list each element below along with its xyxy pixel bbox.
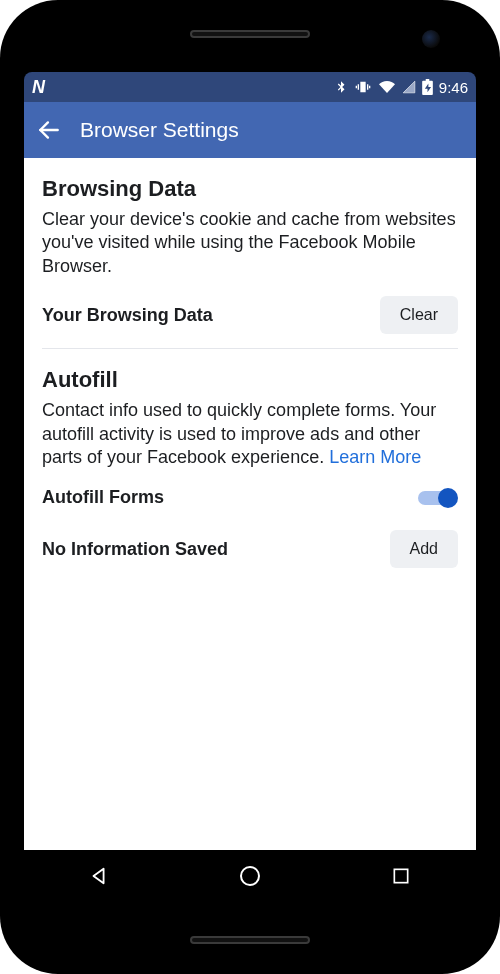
browsing-data-description: Clear your device's cookie and cache fro… — [42, 208, 458, 278]
browsing-data-heading: Browsing Data — [42, 176, 458, 202]
nav-back-button[interactable] — [59, 856, 139, 896]
phone-frame: N 9:46 — [0, 0, 500, 974]
status-clock: 9:46 — [439, 79, 468, 96]
wifi-icon — [378, 79, 396, 95]
phone-speaker-bottom — [190, 936, 310, 944]
signal-icon — [402, 80, 416, 94]
section-browsing-data: Browsing Data Clear your device's cookie… — [42, 176, 458, 334]
battery-charging-icon — [422, 79, 433, 95]
page-title: Browser Settings — [80, 118, 239, 142]
app-bar: Browser Settings — [24, 102, 476, 158]
autofill-forms-label: Autofill Forms — [42, 487, 164, 508]
add-button[interactable]: Add — [390, 530, 458, 568]
section-divider — [42, 348, 458, 349]
svg-rect-2 — [394, 869, 407, 882]
back-arrow-icon[interactable] — [36, 117, 62, 143]
autofill-forms-toggle[interactable] — [418, 488, 458, 508]
clear-button[interactable]: Clear — [380, 296, 458, 334]
bluetooth-icon — [334, 79, 348, 95]
nav-home-button[interactable] — [210, 856, 290, 896]
autofill-description: Contact info used to quickly complete fo… — [42, 399, 458, 469]
phone-camera — [422, 30, 440, 48]
android-nav-bar — [24, 850, 476, 902]
autofill-forms-row: Autofill Forms — [42, 487, 458, 508]
section-autofill: Autofill Contact info used to quickly co… — [42, 367, 458, 568]
phone-speaker-top — [190, 30, 310, 38]
content-area: Browsing Data Clear your device's cookie… — [24, 158, 476, 850]
autofill-heading: Autofill — [42, 367, 458, 393]
nav-recents-button[interactable] — [361, 856, 441, 896]
no-information-saved-label: No Information Saved — [42, 539, 228, 560]
screen: N 9:46 — [24, 72, 476, 902]
android-n-icon: N — [32, 77, 44, 98]
learn-more-link[interactable]: Learn More — [329, 447, 421, 467]
svg-point-1 — [241, 867, 259, 885]
your-browsing-data-row: Your Browsing Data Clear — [42, 296, 458, 334]
status-bar: N 9:46 — [24, 72, 476, 102]
no-information-saved-row: No Information Saved Add — [42, 530, 458, 568]
your-browsing-data-label: Your Browsing Data — [42, 305, 213, 326]
vibrate-icon — [354, 79, 372, 95]
